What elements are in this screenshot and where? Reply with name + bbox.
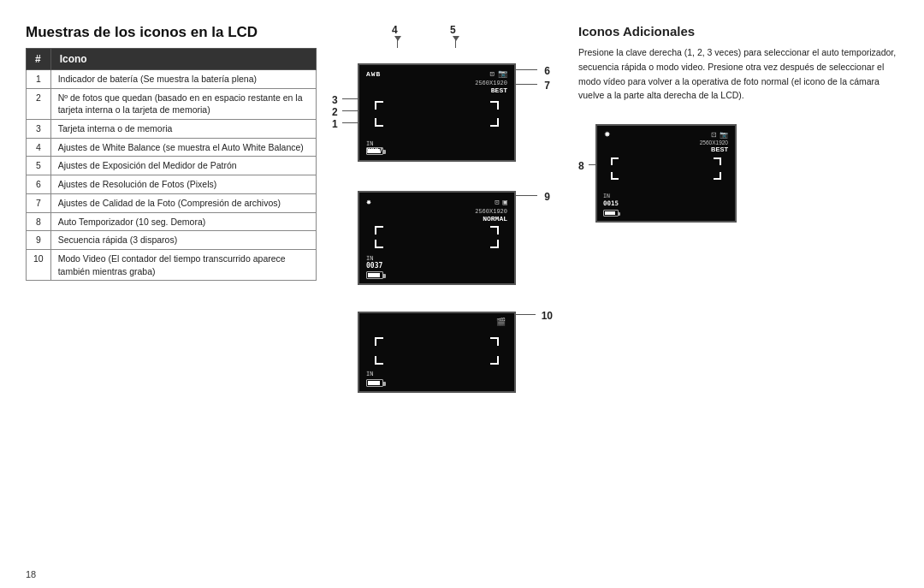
table-row: 2Nº de fotos que quedan (basado en en es…: [27, 88, 317, 119]
right-bracket-bl: [611, 172, 619, 180]
line-1: [342, 122, 358, 123]
row-num: 6: [27, 175, 51, 194]
callout-3: 3: [332, 94, 338, 106]
bracket-tr: [490, 101, 499, 110]
table-row: 4Ajustes de White Balance (se muestra el…: [27, 138, 317, 157]
battery-cap-mid: [383, 274, 386, 278]
lcd-right-cam-icon: 📷: [720, 131, 728, 139]
lcd-right-res: 2560X1920: [604, 140, 728, 146]
line-9: [516, 195, 537, 196]
mid-bracket-bl: [375, 240, 383, 248]
lcd-mid-exp-icon: ⊡: [495, 198, 499, 207]
table-row: 8Auto Temporizador (10 seg. Demora): [27, 212, 317, 231]
bot-bracket-bl: [375, 356, 383, 365]
lcd-bot-screen: 🎬 IN: [358, 312, 516, 393]
row-num: 3: [27, 120, 51, 139]
table-row: 3Tarjeta interna o de memoria: [27, 120, 317, 139]
line-3: [342, 98, 358, 99]
lcd-right-exp-icon: ⊡: [711, 131, 717, 139]
right-section-text: Presione la clave derecha (1, 2, 3 veces…: [578, 45, 898, 103]
middle-column: 4 5 AWB ⊡ 📷: [332, 24, 554, 571]
lcd-bot-card: IN: [366, 371, 373, 377]
battery-fill-bot: [368, 381, 380, 385]
table-row: 9Secuencia rápida (3 disparos): [27, 231, 317, 250]
arrowhead-4: [394, 36, 401, 41]
line-2: [342, 110, 358, 111]
bracket-br: [490, 118, 499, 127]
lcd-right-count: 0015: [603, 199, 619, 207]
row-num: 1: [27, 70, 51, 89]
right-bracket-tr: [714, 157, 721, 165]
lcd-top-screen: AWB ⊡ 📷 2560X1920 BEST: [358, 63, 516, 162]
table-row: 6Ajustes de Resolución de Fotos (Pixels): [27, 175, 317, 194]
battery-cap-top: [383, 150, 386, 154]
row-num: 5: [27, 157, 51, 175]
line-6: [516, 69, 537, 70]
row-desc: Secuencia rápida (3 disparos): [50, 231, 316, 250]
row-desc: Ajustes de White Balance (se muestra el …: [50, 138, 316, 157]
lcd-top-quality: BEST: [366, 86, 507, 94]
callout-1: 1: [332, 118, 338, 130]
lcd-right-quality: BEST: [604, 146, 728, 153]
arrowhead-5: [453, 36, 459, 41]
row-desc: Tarjeta interna o de memoria: [50, 120, 316, 139]
lcd-mid-cam-icon: ▣: [503, 198, 507, 207]
row-num: 9: [27, 231, 51, 250]
bracket-tl: [375, 101, 383, 110]
row-desc: Ajustes de Resolución de Fotos (Pixels): [50, 175, 316, 194]
row-desc: Indicador de batería (Se muestra la bate…: [50, 70, 316, 89]
table-row: 10Modo Video (El contador del tiempo tra…: [27, 249, 317, 280]
bot-bracket-tr: [490, 337, 499, 346]
icons-table: # Icono 1Indicador de batería (Se muestr…: [26, 48, 317, 281]
lcd-top-awb: AWB: [366, 70, 381, 78]
right-bracket-br: [714, 172, 721, 180]
lcd-mid-quality: NORMAL: [366, 215, 507, 223]
right-section-title: Iconos Adicionales: [578, 24, 898, 39]
page: Muestras de los iconos en la LCD # Icono…: [0, 0, 924, 588]
line-10: [514, 314, 536, 315]
lcd-mid-count: 0037: [366, 262, 382, 270]
lcd-mid-card: IN: [366, 255, 382, 262]
lcd-top-exp-icon: ⊡: [490, 69, 495, 79]
callout-5: 5: [450, 24, 456, 36]
callout-4: 4: [392, 24, 398, 36]
battery-cap-bot: [383, 382, 386, 386]
col-header-num: #: [27, 49, 51, 70]
table-row: 1Indicador de batería (Se muestra la bat…: [27, 70, 317, 89]
battery-fill-top: [368, 149, 380, 153]
right-column: Iconos Adicionales Presione la clave der…: [570, 24, 898, 571]
lcd-top-res: 2560X1920: [366, 80, 507, 86]
col-header-icon: Icono: [50, 49, 316, 70]
line-7: [516, 84, 537, 85]
section-title: Muestras de los iconos en la LCD: [26, 24, 317, 41]
table-row: 5Ajustes de Exposición del Medidor de Pa…: [27, 157, 317, 175]
right-bracket-tl: [611, 157, 619, 165]
row-desc: Modo Video (El contador del tiempo trans…: [50, 249, 316, 280]
battery-fill-right: [605, 211, 615, 215]
callout-7: 7: [544, 80, 550, 92]
lcd-top-cam-icon: 📷: [498, 69, 507, 79]
lcd-mid-res: 2560X1920: [366, 208, 507, 215]
mid-bracket-tr: [490, 226, 499, 235]
row-num: 7: [27, 193, 51, 212]
callout-6: 6: [544, 65, 550, 77]
row-desc: Ajustes de Exposición del Medidor de Pat…: [50, 157, 316, 175]
lcd-mid-screen: ✸ ⊡ ▣ 2560X1920 NORMAL: [358, 191, 516, 285]
lcd-top-card: IN: [366, 140, 382, 147]
row-num: 8: [27, 212, 51, 231]
callout-10: 10: [542, 310, 553, 322]
callout-9: 9: [544, 191, 550, 203]
row-num: 4: [27, 138, 51, 157]
lcd-bot-video-icon: 🎬: [496, 318, 506, 327]
battery-cap-right: [619, 212, 621, 216]
battery-fill-mid: [368, 273, 380, 277]
lcd-right-sun-icon: ✸: [604, 130, 611, 139]
lcd-mid-sun-icon: ✸: [366, 197, 371, 207]
bot-bracket-br: [490, 356, 499, 365]
row-num: 10: [27, 249, 51, 280]
row-desc: Auto Temporizador (10 seg. Demora): [50, 212, 316, 231]
mid-bracket-br: [490, 240, 499, 248]
table-row: 7Ajustes de Calidad de la Foto (Compresi…: [27, 193, 317, 212]
mid-bracket-tl: [375, 226, 383, 235]
page-number: 18: [26, 569, 36, 579]
